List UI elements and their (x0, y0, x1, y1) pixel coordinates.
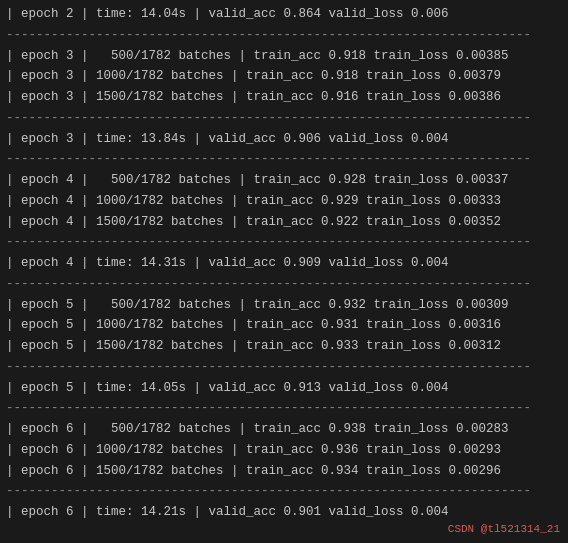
divider-line: ----------------------------------------… (0, 274, 568, 295)
divider-line: ----------------------------------------… (0, 108, 568, 129)
log-line: | epoch 4 | 1500/1782 batches | train_ac… (0, 212, 568, 233)
log-line: | epoch 5 | 500/1782 batches | train_acc… (0, 295, 568, 316)
log-line: | epoch 3 | 1500/1782 batches | train_ac… (0, 87, 568, 108)
log-line: | epoch 6 | 1000/1782 batches | train_ac… (0, 440, 568, 461)
divider-line: ----------------------------------------… (0, 357, 568, 378)
epoch-summary-line: | epoch 2 | time: 14.04s | valid_acc 0.8… (0, 4, 568, 25)
log-line: | epoch 6 | 1500/1782 batches | train_ac… (0, 461, 568, 482)
log-line: | epoch 3 | 1000/1782 batches | train_ac… (0, 66, 568, 87)
epoch-summary-line: | epoch 3 | time: 13.84s | valid_acc 0.9… (0, 129, 568, 150)
watermark: CSDN @tl521314_21 (448, 523, 560, 535)
log-line: | epoch 5 | 1500/1782 batches | train_ac… (0, 336, 568, 357)
divider-line: ----------------------------------------… (0, 398, 568, 419)
log-line: | epoch 4 | 500/1782 batches | train_acc… (0, 170, 568, 191)
log-line: | epoch 5 | 1000/1782 batches | train_ac… (0, 315, 568, 336)
divider-line: ----------------------------------------… (0, 25, 568, 46)
log-line: | epoch 3 | 500/1782 batches | train_acc… (0, 46, 568, 67)
divider-line: ----------------------------------------… (0, 149, 568, 170)
epoch-summary-line: | epoch 4 | time: 14.31s | valid_acc 0.9… (0, 253, 568, 274)
epoch-summary-line: | epoch 6 | time: 14.21s | valid_acc 0.9… (0, 502, 568, 523)
divider-line: ----------------------------------------… (0, 232, 568, 253)
log-line: | epoch 4 | 1000/1782 batches | train_ac… (0, 191, 568, 212)
epoch-summary-line: | epoch 5 | time: 14.05s | valid_acc 0.9… (0, 378, 568, 399)
log-line: | epoch 6 | 500/1782 batches | train_acc… (0, 419, 568, 440)
terminal-window: | epoch 2 | time: 14.04s | valid_acc 0.8… (0, 0, 568, 543)
divider-line: ----------------------------------------… (0, 481, 568, 502)
